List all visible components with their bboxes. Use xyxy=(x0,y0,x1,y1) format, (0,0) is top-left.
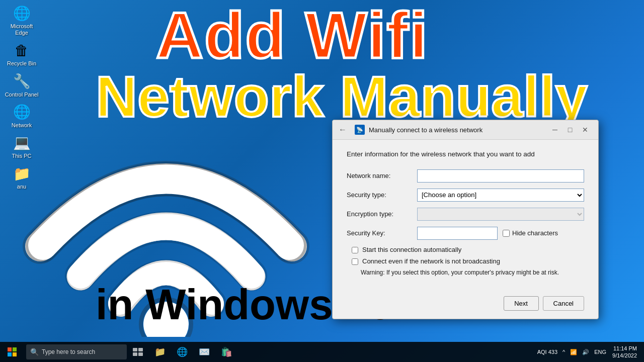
encryption-type-select[interactable] xyxy=(417,208,584,221)
maximize-button[interactable]: □ xyxy=(563,124,577,135)
recycle-icon: 🗑 xyxy=(13,41,31,59)
tray-aqi[interactable]: AQI 433 xyxy=(535,348,559,356)
taskbar-search-icon: 🔍 xyxy=(30,348,39,356)
titlebar-controls: ─ □ ✕ xyxy=(548,124,592,135)
connect-broadcast-label[interactable]: Connect even if the network is not broad… xyxy=(362,257,500,265)
encryption-type-label: Encryption type: xyxy=(347,210,417,218)
svg-rect-8 xyxy=(133,352,137,356)
control-panel-icon: 🔧 xyxy=(13,72,31,90)
desktop-icon-anu[interactable]: 📁 anu xyxy=(4,164,39,190)
connect-broadcast-row: Connect even if the network is not broad… xyxy=(347,257,584,265)
start-auto-row: Start this connection automatically xyxy=(347,246,584,253)
svg-rect-5 xyxy=(13,352,17,356)
next-button[interactable]: Next xyxy=(504,296,539,311)
titlebar-left: ← 📡 Manually connect to a wireless netwo… xyxy=(339,125,482,135)
tray-time[interactable]: 11:14 PM 9/14/2022 xyxy=(609,344,640,360)
tray-network-icon[interactable]: 📶 xyxy=(568,348,579,356)
wifi-symbol xyxy=(15,85,317,337)
control-panel-label: Control Panel xyxy=(5,92,39,98)
security-key-label: Security Key: xyxy=(347,229,417,237)
dialog-footer: Next Cancel xyxy=(333,290,598,319)
hide-characters-label[interactable]: Hide characters xyxy=(512,229,558,237)
back-button[interactable]: ← xyxy=(339,125,347,134)
tray-volume-icon[interactable]: 🔊 xyxy=(580,348,591,356)
dialog-title: Manually connect to a wireless network xyxy=(369,126,482,134)
tray-chevron[interactable]: ^ xyxy=(560,348,567,356)
this-pc-label: This PC xyxy=(12,153,31,159)
edge-label: Microsoft Edge xyxy=(4,23,39,36)
security-key-row: Security Key: Hide characters xyxy=(347,227,584,240)
tray-lang[interactable]: ENG xyxy=(592,348,608,356)
hide-chars-area: Hide characters xyxy=(503,229,558,237)
security-type-select[interactable]: [Choose an option] No authentication (Op… xyxy=(417,189,584,202)
desktop-icon-control-panel[interactable]: 🔧 Control Panel xyxy=(4,72,39,98)
network-icon-desktop: 🌐 xyxy=(13,103,31,121)
start-auto-label[interactable]: Start this connection automatically xyxy=(362,246,461,253)
minimize-button[interactable]: ─ xyxy=(548,124,562,135)
edge-taskbar-button[interactable]: 🌐 xyxy=(171,342,193,362)
system-tray: AQI 433 ^ 📶 🔊 ENG 11:14 PM 9/14/2022 xyxy=(535,344,644,360)
encryption-type-row: Encryption type: xyxy=(347,208,584,221)
hide-characters-checkbox[interactable] xyxy=(503,230,510,237)
task-view-icon xyxy=(133,348,143,356)
desktop-icon-recycle[interactable]: 🗑 Recycle Bin xyxy=(4,41,39,67)
svg-rect-7 xyxy=(138,348,143,351)
desktop-icon-network[interactable]: 🌐 Network xyxy=(4,103,39,129)
security-type-row: Security type: [Choose an option] No aut… xyxy=(347,189,584,202)
svg-rect-9 xyxy=(138,352,143,356)
network-dialog-icon: 📡 xyxy=(355,125,365,135)
desktop-icon-this-pc[interactable]: 💻 This PC xyxy=(4,134,39,159)
windows-logo-icon xyxy=(8,347,17,356)
warning-text: Warning: If you select this option, your… xyxy=(361,269,584,276)
desktop-icon-edge[interactable]: 🌐 Microsoft Edge xyxy=(4,4,39,36)
network-label: Network xyxy=(12,122,32,129)
task-view-button[interactable] xyxy=(127,342,149,362)
network-name-input[interactable] xyxy=(417,169,584,183)
network-name-label: Network name: xyxy=(347,172,417,179)
encryption-type-control xyxy=(417,208,584,221)
taskbar: 🔍 Type here to search 📁 🌐 ✉️ 🛍️ AQI 433 … xyxy=(0,342,644,362)
connect-broadcast-checkbox[interactable] xyxy=(352,258,358,265)
store-button[interactable]: 🛍️ xyxy=(215,342,237,362)
file-explorer-button[interactable]: 📁 xyxy=(149,342,171,362)
security-key-input[interactable] xyxy=(417,227,498,240)
security-type-control: [Choose an option] No authentication (Op… xyxy=(417,189,584,202)
mail-button[interactable]: ✉️ xyxy=(193,342,215,362)
dialog-content: Enter information for the wireless netwo… xyxy=(333,140,598,290)
svg-rect-2 xyxy=(8,347,12,351)
this-pc-icon: 💻 xyxy=(13,134,31,152)
svg-rect-6 xyxy=(133,348,137,351)
dialog-description: Enter information for the wireless netwo… xyxy=(347,150,584,159)
cancel-button[interactable]: Cancel xyxy=(543,296,584,311)
dialog-titlebar: ← 📡 Manually connect to a wireless netwo… xyxy=(333,120,598,140)
anu-label: anu xyxy=(17,184,26,190)
start-auto-checkbox[interactable] xyxy=(352,247,358,253)
desktop-icons: 🌐 Microsoft Edge 🗑 Recycle Bin 🔧 Control… xyxy=(4,4,39,190)
dialog-window: ← 📡 Manually connect to a wireless netwo… xyxy=(332,120,599,319)
taskbar-search[interactable]: 🔍 Type here to search xyxy=(26,344,127,359)
edge-icon: 🌐 xyxy=(13,4,31,22)
anu-icon: 📁 xyxy=(13,164,31,183)
svg-rect-3 xyxy=(13,347,17,351)
network-name-row: Network name: xyxy=(347,169,584,183)
recycle-label: Recycle Bin xyxy=(7,60,36,67)
network-name-control xyxy=(417,169,584,183)
start-button[interactable] xyxy=(0,342,24,362)
taskbar-search-text: Type here to search xyxy=(42,348,95,355)
svg-rect-4 xyxy=(8,352,12,356)
close-button[interactable]: ✕ xyxy=(578,124,592,135)
security-type-label: Security type: xyxy=(347,191,417,199)
